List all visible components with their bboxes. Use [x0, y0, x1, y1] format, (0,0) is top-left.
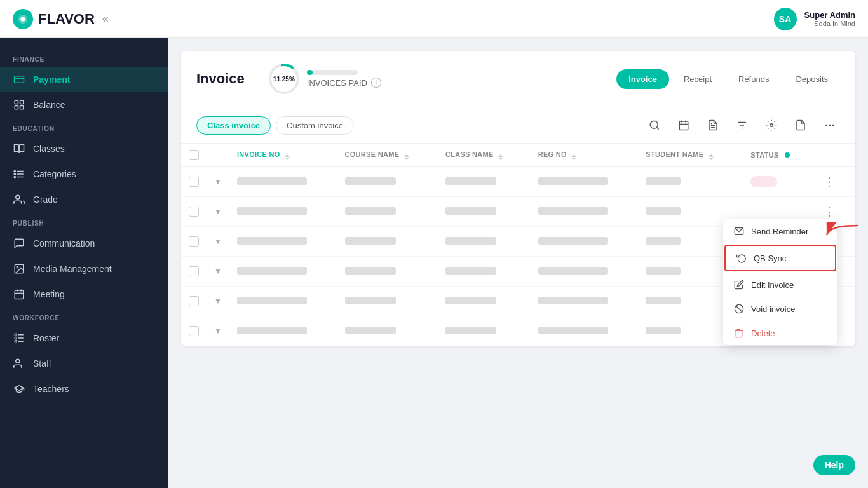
blurred-class	[445, 327, 496, 334]
table-row: ▼ ⋮	[181, 167, 855, 197]
progress-bar-fill	[307, 70, 313, 75]
roster-icon	[13, 332, 25, 344]
sidebar-label-categories: Categories	[33, 169, 76, 179]
expand-button[interactable]: ▼	[214, 297, 222, 306]
user-org: Soda In Mind	[804, 20, 855, 27]
search-icon[interactable]	[644, 115, 665, 135]
sidebar-item-communication[interactable]: Communication	[0, 231, 168, 256]
svg-rect-22	[15, 337, 17, 339]
blurred-invoice-no	[237, 177, 307, 185]
help-button[interactable]: Help	[813, 455, 855, 475]
sidebar-item-staff[interactable]: Staff	[0, 351, 168, 376]
row-more-button[interactable]: ⋮	[820, 263, 839, 280]
subtabs-row: Class invoice Custom invoice	[181, 107, 855, 144]
blurred-invoice-no	[237, 237, 307, 245]
sidebar-section-workforce: WORKFORCE	[0, 307, 168, 325]
invoice-title: Invoice	[196, 71, 245, 87]
row-checkbox[interactable]	[189, 266, 199, 276]
row-checkbox[interactable]	[189, 326, 199, 336]
sidebar-label-teachers: Teachers	[33, 384, 69, 394]
blurred-invoice-no	[237, 327, 307, 334]
sidebar-label-communication: Communication	[33, 238, 95, 248]
th-course-name[interactable]: COURSE NAME	[337, 144, 438, 167]
th-reg-no[interactable]: REG NO	[531, 144, 639, 167]
table-header-row: INVOICE NO COURSE NAME CLASS NAME	[181, 144, 855, 167]
expand-button[interactable]: ▼	[214, 207, 222, 216]
svg-point-30	[650, 121, 658, 128]
row-checkbox[interactable]	[189, 296, 199, 306]
filter-icon[interactable]	[732, 115, 752, 135]
row-checkbox[interactable]	[189, 236, 199, 247]
tab-receipt[interactable]: Receipt	[672, 69, 724, 89]
user-name: Super Admin	[804, 10, 855, 20]
main-layout: FINANCE Payment Balance EDUCATION Classe…	[0, 38, 868, 488]
row-more-button[interactable]: ⋮	[820, 173, 839, 190]
svg-point-44	[832, 125, 834, 126]
svg-point-43	[829, 125, 831, 126]
blurred-class	[445, 207, 496, 215]
row-more-button[interactable]: ⋮	[820, 323, 839, 339]
svg-point-41	[770, 124, 773, 127]
sort-reg-no[interactable]	[571, 154, 576, 160]
row-checkbox[interactable]	[189, 177, 199, 187]
info-icon[interactable]: i	[371, 78, 381, 88]
th-student-name[interactable]: STUDENT NAME	[638, 144, 743, 167]
expand-button[interactable]: ▼	[214, 177, 222, 186]
subtab-class-invoice[interactable]: Class invoice	[196, 116, 271, 135]
sidebar-item-grade[interactable]: Grade	[0, 187, 168, 212]
sidebar-section-education: EDUCATION	[0, 118, 168, 136]
blurred-class	[445, 237, 496, 245]
th-invoice-no[interactable]: INVOICE NO	[229, 144, 337, 167]
sidebar: FINANCE Payment Balance EDUCATION Classe…	[0, 38, 168, 488]
tab-invoice[interactable]: Invoice	[616, 69, 669, 89]
expand-button[interactable]: ▼	[214, 327, 222, 336]
row-more-button[interactable]: ⋮	[820, 293, 839, 309]
export-icon[interactable]	[703, 115, 723, 135]
sidebar-item-classes[interactable]: Classes	[0, 136, 168, 161]
sidebar-item-teachers[interactable]: Teachers	[0, 376, 168, 402]
tab-deposits[interactable]: Deposits	[783, 69, 840, 89]
status-dot	[785, 152, 790, 158]
sidebar-item-media-management[interactable]: Media Management	[0, 256, 168, 281]
document-icon[interactable]	[790, 115, 811, 135]
expand-button[interactable]: ▼	[214, 267, 222, 276]
expand-button[interactable]: ▼	[214, 237, 222, 246]
sort-course-name[interactable]	[404, 154, 409, 160]
collapse-icon[interactable]: «	[102, 12, 109, 25]
more-options-icon[interactable]	[820, 115, 840, 135]
table-row: ▼ ⋮	[181, 287, 855, 316]
sort-class-name[interactable]	[498, 154, 503, 160]
th-expand	[207, 144, 229, 167]
tab-refunds[interactable]: Refunds	[726, 69, 781, 89]
sidebar-item-meeting[interactable]: Meeting	[0, 281, 168, 307]
sidebar-label-roster: Roster	[33, 333, 59, 343]
sidebar-label-staff: Staff	[33, 358, 51, 369]
td-actions: ⋮	[812, 167, 855, 197]
row-more-button[interactable]: ⋮	[820, 203, 839, 220]
subtab-custom-invoice[interactable]: Custom invoice	[276, 116, 354, 135]
sort-invoice-no[interactable]	[285, 154, 290, 160]
sidebar-item-payment[interactable]: Payment	[0, 67, 168, 92]
settings-icon[interactable]	[761, 115, 782, 135]
blurred-reg	[538, 267, 608, 274]
row-checkbox[interactable]	[189, 207, 199, 217]
svg-point-16	[17, 266, 18, 268]
svg-rect-4	[15, 100, 18, 104]
table-row: ▼ ⋮	[181, 316, 855, 346]
select-all-checkbox[interactable]	[189, 150, 199, 160]
th-status: STATUS	[743, 144, 811, 167]
sort-student-name[interactable]	[709, 154, 714, 160]
svg-point-1	[20, 17, 25, 21]
sidebar-label-payment: Payment	[33, 74, 70, 85]
row-more-button[interactable]: ⋮	[820, 233, 839, 250]
sidebar-item-balance[interactable]: Balance	[0, 92, 168, 118]
sidebar-item-categories[interactable]: Categories	[0, 161, 168, 187]
th-class-name[interactable]: CLASS NAME	[438, 144, 531, 167]
sidebar-item-roster[interactable]: Roster	[0, 325, 168, 351]
svg-point-14	[16, 195, 20, 199]
table-row: ▼ ⋮	[181, 257, 855, 287]
blurred-student	[646, 237, 681, 245]
status-badge-pink2	[750, 295, 776, 307]
svg-rect-32	[679, 121, 688, 130]
calendar-icon[interactable]	[674, 115, 694, 135]
